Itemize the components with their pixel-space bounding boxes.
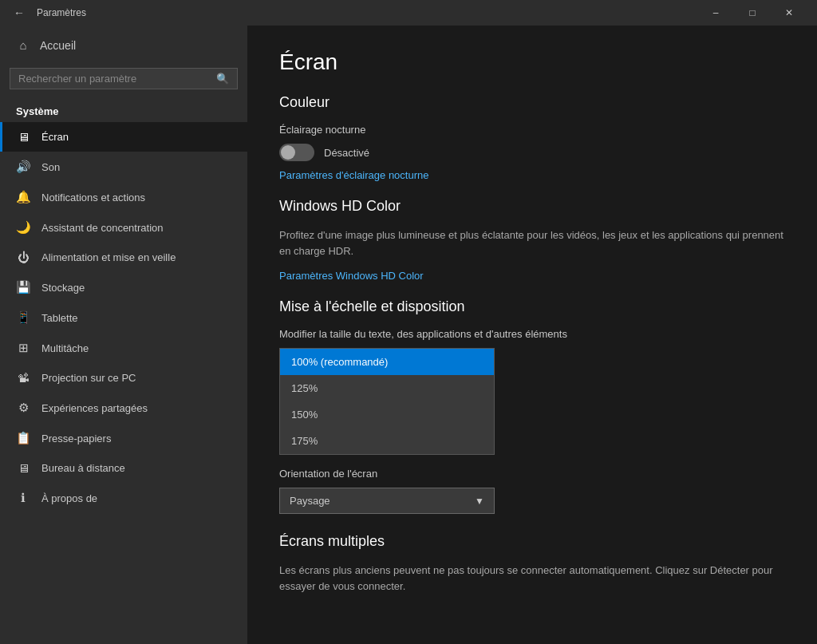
home-icon: ⌂ xyxy=(16,38,30,52)
orientation-label: Orientation de l'écran xyxy=(279,468,785,480)
search-input[interactable] xyxy=(18,73,210,85)
eclairage-label: Éclairage nocturne xyxy=(279,124,785,136)
sidebar-item-assistant[interactable]: 🌙 Assistant de concentration xyxy=(0,212,247,243)
content-area: Écran Couleur Éclairage nocturne Désacti… xyxy=(247,26,817,644)
sidebar-item-notifications[interactable]: 🔔 Notifications et actions xyxy=(0,182,247,212)
sidebar-label-alimentation: Alimentation et mise en veille xyxy=(41,251,176,263)
sidebar-label-projection: Projection sur ce PC xyxy=(41,372,136,384)
sidebar-item-ecran[interactable]: 🖥 Écran xyxy=(0,122,247,152)
remote-icon: 🖥 xyxy=(16,461,30,475)
back-icon: ← xyxy=(14,6,25,19)
eclairage-toggle[interactable] xyxy=(279,144,314,161)
eclairage-toggle-row: Désactivé xyxy=(279,144,785,161)
sidebar-label-ecran: Écran xyxy=(41,131,69,143)
sidebar-label-apropos: À propos de xyxy=(41,492,97,504)
scale-option-175[interactable]: 175% xyxy=(280,428,494,454)
scale-title: Mise à l'échelle et disposition xyxy=(279,298,785,315)
orientation-value: Paysage xyxy=(290,495,330,507)
sidebar-item-tablette[interactable]: 📱 Tablette xyxy=(0,302,247,333)
scale-option-150[interactable]: 150% xyxy=(280,401,494,428)
couleur-title: Couleur xyxy=(279,94,785,111)
hd-color-body: Profitez d'une image plus lumineuse et p… xyxy=(279,227,785,259)
sidebar-label-stockage: Stockage xyxy=(41,282,85,294)
sidebar-item-experiences[interactable]: ⚙ Expériences partagées xyxy=(0,393,247,423)
sidebar-label-bureau: Bureau à distance xyxy=(41,462,125,474)
home-label: Accueil xyxy=(40,39,76,52)
sidebar-label-experiences: Expériences partagées xyxy=(41,402,148,414)
window-controls: – □ ✕ xyxy=(697,0,807,26)
multitask-icon: ⊞ xyxy=(16,341,30,355)
sidebar-item-bureau[interactable]: 🖥 Bureau à distance xyxy=(0,453,247,483)
sidebar-item-alimentation[interactable]: ⏻ Alimentation et mise en veille xyxy=(0,243,247,272)
info-icon: ℹ xyxy=(16,491,30,505)
close-button[interactable]: ✕ xyxy=(771,0,807,26)
search-box[interactable]: 🔍 xyxy=(10,68,238,89)
scale-option-125[interactable]: 125% xyxy=(280,375,494,401)
ecrans-multiples-title: Écrans multiples xyxy=(279,533,785,550)
sidebar-item-son[interactable]: 🔊 Son xyxy=(0,152,247,182)
titlebar: ← Paramètres – □ ✕ xyxy=(0,0,817,26)
tablet-icon: 📱 xyxy=(16,310,30,325)
eclairage-link[interactable]: Paramètres d'éclairage nocturne xyxy=(279,169,428,181)
eclairage-state: Désactivé xyxy=(324,147,369,159)
projection-icon: 📽 xyxy=(16,371,30,385)
maximize-icon: □ xyxy=(749,7,755,18)
toggle-knob xyxy=(281,145,295,160)
section-label: Système xyxy=(0,99,247,122)
back-button[interactable]: ← xyxy=(10,3,29,22)
moon-icon: 🌙 xyxy=(16,220,30,235)
sound-icon: 🔊 xyxy=(16,160,30,174)
sidebar-label-assistant: Assistant de concentration xyxy=(41,222,163,234)
storage-icon: 💾 xyxy=(16,280,30,294)
app-title: Paramètres xyxy=(37,7,697,18)
ecrans-multiples-body: Les écrans plus anciens peuvent ne pas t… xyxy=(279,563,785,594)
sidebar-label-notifications: Notifications et actions xyxy=(41,192,145,203)
shared-icon: ⚙ xyxy=(16,401,30,415)
orientation-select[interactable]: Paysage ▼ xyxy=(279,488,495,514)
search-icon: 🔍 xyxy=(216,73,229,85)
sidebar-item-stockage[interactable]: 💾 Stockage xyxy=(0,272,247,302)
sidebar-label-son: Son xyxy=(41,161,60,173)
minimize-button[interactable]: – xyxy=(697,0,734,26)
page-title: Écran xyxy=(279,49,785,75)
sidebar-item-presse[interactable]: 📋 Presse-papiers xyxy=(0,423,247,453)
power-icon: ⏻ xyxy=(16,251,30,264)
scale-label: Modifier la taille du texte, des applica… xyxy=(279,328,785,340)
scale-dropdown[interactable]: 100% (recommandé) 125% 150% 175% xyxy=(279,348,495,455)
minimize-icon: – xyxy=(713,7,719,18)
scale-option-100[interactable]: 100% (recommandé) xyxy=(280,349,494,375)
maximize-button[interactable]: □ xyxy=(734,0,771,26)
sidebar-item-projection[interactable]: 📽 Projection sur ce PC xyxy=(0,363,247,393)
sidebar-label-multitache: Multitâche xyxy=(41,342,89,354)
sidebar-item-apropos[interactable]: ℹ À propos de xyxy=(0,483,247,513)
sidebar-home-button[interactable]: ⌂ Accueil xyxy=(0,26,247,65)
screen-icon: 🖥 xyxy=(16,130,30,144)
sidebar-label-presse: Presse-papiers xyxy=(41,433,111,444)
sidebar: ⌂ Accueil 🔍 Système 🖥 Écran 🔊 Son 🔔 Noti… xyxy=(0,26,247,644)
sidebar-label-tablette: Tablette xyxy=(41,312,78,324)
notification-icon: 🔔 xyxy=(16,190,30,204)
hd-color-link[interactable]: Paramètres Windows HD Color xyxy=(279,270,424,282)
main-layout: ⌂ Accueil 🔍 Système 🖥 Écran 🔊 Son 🔔 Noti… xyxy=(0,26,817,644)
chevron-down-icon: ▼ xyxy=(475,496,484,507)
close-icon: ✕ xyxy=(785,7,793,18)
sidebar-item-multitache[interactable]: ⊞ Multitâche xyxy=(0,333,247,363)
clipboard-icon: 📋 xyxy=(16,431,30,445)
hd-color-title: Windows HD Color xyxy=(279,198,785,215)
